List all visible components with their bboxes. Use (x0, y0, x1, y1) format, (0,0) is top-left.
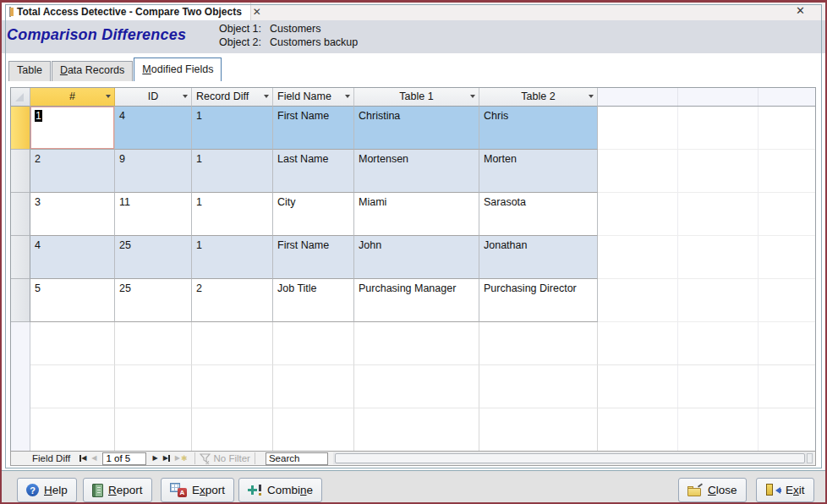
scrollbar-end-button[interactable] (807, 453, 813, 463)
chevron-down-icon[interactable] (183, 95, 188, 98)
no-filter-label: No Filter (214, 453, 250, 463)
chevron-down-icon[interactable] (589, 95, 594, 98)
tab-strip: TableData RecordsModified Fields (8, 55, 222, 81)
window-title: Total Access Detective - Compare Two Obj… (17, 6, 242, 18)
empty-cell (479, 365, 598, 408)
grid-cell[interactable]: 3 (30, 193, 115, 236)
grid-cell[interactable]: Jonathan (479, 236, 598, 279)
row-empty-area (598, 150, 815, 193)
tab-table[interactable]: Table (8, 61, 51, 81)
table-row: 4251First NameJohnJonathan (11, 236, 815, 279)
header-band: Comparison Differences Object 1: Custome… (2, 20, 825, 53)
close-button[interactable]: Close (678, 478, 747, 502)
grid-cell[interactable]: 25 (115, 236, 192, 279)
grid-cell[interactable]: Purchasing Manager (354, 279, 479, 322)
grid-cell[interactable]: Sarasota (479, 193, 598, 236)
select-all-cell[interactable] (11, 88, 30, 107)
record-set-label: Field Diff (32, 453, 70, 463)
grid-cell[interactable]: Last Name (273, 150, 354, 193)
chevron-down-icon[interactable] (264, 95, 269, 98)
row-empty-area (598, 365, 815, 408)
grid-cell[interactable]: Christina (354, 107, 479, 150)
chevron-down-icon[interactable] (106, 95, 111, 98)
grid-cell[interactable]: 5 (30, 279, 115, 322)
grid-cell[interactable]: 1 (192, 193, 273, 236)
grid-cell[interactable]: Purchasing Director (479, 279, 598, 322)
grid-cell[interactable]: 1 (192, 107, 273, 150)
tab-data-records[interactable]: Data Records (52, 61, 133, 81)
grid-cell[interactable]: 11 (115, 193, 192, 236)
empty-cell (273, 322, 354, 365)
combine-button[interactable]: Combine (238, 478, 322, 502)
grid-header-row: #IDRecord DiffField NameTable 1Table 2 (11, 88, 815, 107)
grid-cell[interactable]: 9 (115, 150, 192, 193)
grid-cell[interactable]: First Name (273, 236, 354, 279)
column-header-id[interactable]: ID (115, 88, 192, 107)
row-selector (11, 322, 30, 365)
help-label: Help (44, 484, 68, 496)
report-button[interactable]: Report (83, 478, 152, 502)
record-position-input[interactable] (102, 452, 146, 465)
column-header-field-name[interactable]: Field Name (273, 88, 354, 107)
exit-door-icon (765, 484, 780, 496)
tab-modified-fields[interactable]: Modified Fields (134, 58, 222, 81)
grid-cell[interactable]: 25 (115, 279, 192, 322)
grid-cell[interactable]: 4 (30, 236, 115, 279)
empty-cell (30, 408, 115, 451)
exit-button[interactable]: Exit (756, 478, 814, 502)
grid-cell[interactable]: 1 (192, 150, 273, 193)
grid-cell[interactable]: Job Title (273, 279, 354, 322)
grid-cell[interactable]: First Name (273, 107, 354, 150)
empty-cell (354, 322, 479, 365)
empty-row (11, 365, 815, 408)
grid-cell[interactable]: City (273, 193, 354, 236)
next-record-button[interactable]: ▶ (152, 455, 157, 462)
new-record-button[interactable]: ▶✱ (175, 454, 188, 463)
chevron-down-icon[interactable] (345, 95, 350, 98)
grid-cell[interactable]: Chris (479, 107, 598, 150)
grid-cell[interactable]: 4 (115, 107, 192, 150)
export-button[interactable]: A Export (161, 478, 234, 502)
chevron-down-icon[interactable] (470, 95, 475, 98)
grid-cell[interactable]: 1 (30, 107, 115, 150)
grid-cell[interactable]: 1 (192, 236, 273, 279)
combine-label: Combine (267, 484, 313, 496)
grid-cell[interactable]: 2 (192, 279, 273, 322)
object1-line: Object 1: Customers (219, 23, 320, 35)
row-selector[interactable] (11, 279, 30, 322)
previous-record-button[interactable]: ◀ (91, 455, 96, 462)
horizontal-scrollbar[interactable] (333, 452, 813, 464)
window-close-icon[interactable]: ✕ (796, 4, 805, 17)
column-header-table-2[interactable]: Table 2 (479, 88, 598, 107)
empty-cell (115, 365, 192, 408)
search-input[interactable] (266, 452, 328, 465)
grid-cell[interactable]: John (354, 236, 479, 279)
row-selector[interactable] (11, 193, 30, 236)
empty-cell (115, 408, 192, 451)
row-selector[interactable] (11, 107, 30, 150)
first-record-button[interactable]: ◀ (79, 455, 86, 462)
export-label: Export (192, 484, 225, 496)
row-selector[interactable] (11, 236, 30, 279)
tab-close-icon[interactable]: ✕ (253, 6, 261, 18)
row-selector[interactable] (11, 150, 30, 193)
column-header-#[interactable]: # (30, 88, 115, 107)
column-header-label: Table 2 (521, 90, 555, 102)
column-header-label: ID (148, 90, 159, 102)
empty-cell (30, 322, 115, 365)
scrollbar-thumb[interactable] (335, 453, 805, 463)
last-record-button[interactable]: ▶ (163, 455, 170, 462)
grid-cell[interactable]: Miami (354, 193, 479, 236)
grid-cell[interactable]: Morten (479, 150, 598, 193)
column-header-table-1[interactable]: Table 1 (354, 88, 479, 107)
row-empty-area (598, 236, 815, 279)
column-header-record-diff[interactable]: Record Diff (192, 88, 273, 107)
table-row: 3111CityMiamiSarasota (11, 193, 815, 236)
grid-cell[interactable]: Mortensen (354, 150, 479, 193)
help-button[interactable]: ? Help (17, 478, 77, 502)
empty-cell (354, 365, 479, 408)
window-tab[interactable]: Total Access Detective - Compare Two Obj… (3, 3, 251, 20)
grid-cell[interactable]: 2 (30, 150, 115, 193)
report-label: Report (108, 484, 143, 496)
no-filter-button[interactable]: No Filter (200, 453, 250, 464)
